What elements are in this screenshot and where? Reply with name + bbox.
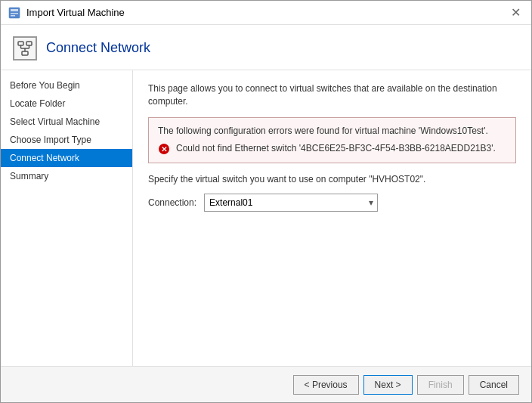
svg-rect-6 [22, 51, 28, 55]
next-button[interactable]: Next > [363, 375, 413, 395]
finish-button[interactable]: Finish [417, 375, 464, 395]
error-box-title: The following configuration errors were … [158, 126, 506, 136]
title-bar-left: Import Virtual Machine [8, 7, 125, 19]
page-title: Connect Network [46, 40, 150, 56]
svg-rect-2 [11, 13, 18, 14]
close-button[interactable]: ✕ [508, 7, 524, 19]
footer: < Previous Next > Finish Cancel [1, 366, 531, 402]
error-row: ✕ Could not find Ethernet switch '4BCE6E… [158, 142, 506, 155]
previous-button[interactable]: < Previous [293, 375, 359, 395]
page-description: This page allows you to connect to virtu… [148, 82, 516, 108]
error-icon: ✕ [158, 143, 170, 155]
svg-rect-5 [26, 42, 32, 45]
network-icon [16, 39, 34, 57]
connection-row: Connection: External01 Internal01 Not Co… [148, 194, 516, 212]
svg-rect-3 [11, 15, 15, 17]
sidebar-item-before-you-begin[interactable]: Before You Begin [1, 76, 132, 95]
sidebar: Before You Begin Locate Folder Select Vi… [1, 70, 133, 366]
header-icon [13, 36, 37, 60]
window-title: Import Virtual Machine [26, 7, 125, 18]
import-virtual-machine-window: Import Virtual Machine ✕ Connect Network… [0, 0, 532, 403]
title-bar: Import Virtual Machine ✕ [1, 1, 531, 25]
connection-select[interactable]: External01 Internal01 Not Connected [204, 194, 378, 212]
connection-label: Connection: [148, 197, 196, 208]
error-message: Could not find Ethernet switch '4BCE6E25… [176, 142, 496, 155]
cancel-button[interactable]: Cancel [469, 375, 519, 395]
specify-text: Specify the virtual switch you want to u… [148, 174, 516, 184]
main-content: This page allows you to connect to virtu… [133, 70, 531, 366]
svg-text:✕: ✕ [161, 145, 167, 153]
window-icon [8, 7, 20, 19]
svg-rect-4 [18, 42, 23, 45]
sidebar-item-locate-folder[interactable]: Locate Folder [1, 95, 132, 113]
sidebar-item-summary[interactable]: Summary [1, 167, 132, 185]
page-header: Connect Network [1, 25, 531, 70]
sidebar-item-choose-import-type[interactable]: Choose Import Type [1, 131, 132, 149]
svg-rect-1 [11, 9, 18, 11]
error-box: The following configuration errors were … [148, 117, 516, 163]
sidebar-item-connect-network[interactable]: Connect Network [1, 149, 132, 167]
connection-select-wrapper: External01 Internal01 Not Connected [204, 194, 378, 212]
content-area: Before You Begin Locate Folder Select Vi… [1, 70, 531, 366]
sidebar-item-select-virtual-machine[interactable]: Select Virtual Machine [1, 113, 132, 131]
